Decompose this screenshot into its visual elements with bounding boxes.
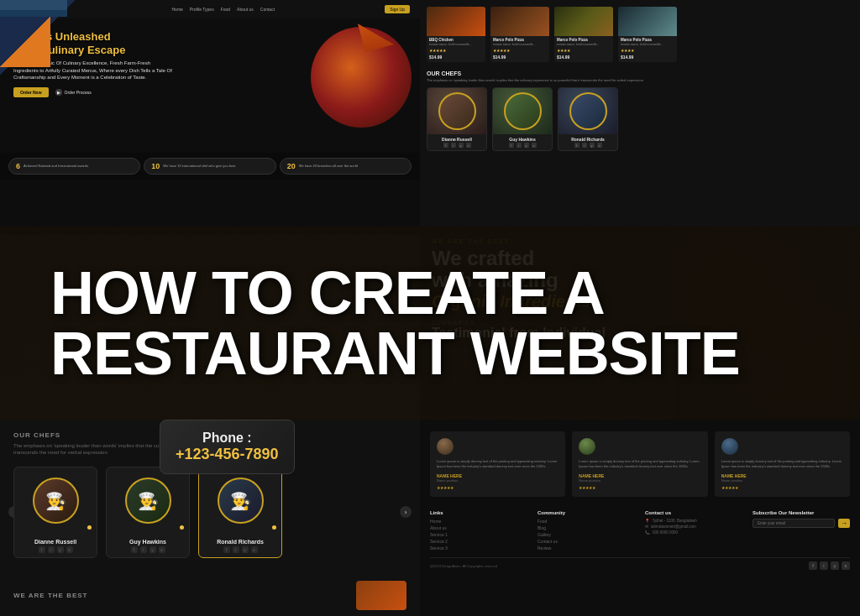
footer-community-gallery[interactable]: Gallery (538, 532, 635, 537)
best-title: WE ARE THE BEST (13, 592, 87, 599)
b-chef-fb-3[interactable]: f (223, 546, 230, 553)
chefs-desc: The emphasis on 'speaking louder than wo… (427, 78, 853, 83)
footer-link-s3[interactable]: Service 3 (430, 546, 527, 551)
testimonial-role-2: Name position (579, 478, 700, 483)
food-card-stars-1: ★★★★★ (427, 47, 485, 54)
chef-social-guy: f i y x (493, 143, 552, 150)
newsletter-input[interactable] (752, 519, 835, 528)
bottom-chef-ronald: 👨‍🍳 Ronald Richards f i y x (198, 467, 282, 558)
footer-links-col: Links Home About us Service 1 Service 2 … (430, 510, 527, 552)
footer-newsletter-col: Subscribe Our Newsletter → (752, 510, 850, 552)
chef-ig-icon-2[interactable]: i (517, 143, 522, 148)
footer-social-ig[interactable]: i (820, 561, 828, 570)
b-chef-ig-2[interactable]: i (140, 546, 147, 553)
stat-1: 6 Achieved National and International aw… (8, 158, 140, 175)
chef-name-dianne: Dianne Russell (427, 134, 486, 143)
chef-avatar-ronald: 👨‍🍳 (218, 478, 264, 524)
chef-fb-icon[interactable]: f (443, 143, 448, 148)
footer-contact-col: Contact us 📍 Sylhet - 3100, Bangladesh ✉… (645, 510, 742, 552)
testimonial-role-3: Name position (721, 478, 843, 483)
chef-ig-icon[interactable]: i (451, 143, 456, 148)
stat-3: 20 We have 20 branches all over the worl… (280, 158, 412, 175)
chef-avatar-wrapper-dianne: 👨‍🍳 (14, 467, 97, 535)
chef-img-ronald (558, 88, 617, 134)
footer-link-s1[interactable]: Service 1 (430, 532, 527, 537)
address-text: Sylhet - 3100, Bangladesh (653, 519, 697, 523)
chef-x-icon-3[interactable]: x (597, 143, 602, 148)
food-card-stars-3: ★★★★ (554, 47, 613, 54)
footer-community-col: Community Food Blog Gallery Contact us R… (538, 510, 635, 552)
nav-contact: Contact (260, 7, 275, 12)
b-chef-yt-2[interactable]: y (149, 546, 156, 553)
chef-yt-icon[interactable]: y (459, 143, 464, 148)
bottom-chef-name-dianne: Dianne Russell (14, 535, 97, 546)
b-chef-x-3[interactable]: x (251, 546, 258, 553)
testimonial-avatar-1 (437, 438, 454, 455)
chef-img-guy (493, 88, 552, 134)
chef-card-guy: Guy Hawkins f i y x (492, 87, 553, 151)
newsletter-submit-button[interactable]: → (838, 519, 850, 528)
chef-img-dianne (427, 88, 486, 134)
deco-dot-ronald (272, 525, 276, 530)
website-mockup-top: Company Name Home Profile Types Food Abo… (0, 0, 860, 235)
b-chef-fb-1[interactable]: f (39, 546, 45, 553)
b-chef-ig-3[interactable]: i (233, 546, 239, 553)
bottom-chef-img-guy: 👨‍🍳 (107, 467, 189, 535)
b-chef-x-1[interactable]: x (66, 546, 73, 553)
b-chef-yt-3[interactable]: y (242, 546, 249, 553)
b-chef-yt-1[interactable]: y (57, 546, 64, 553)
stat-number-1: 6 (16, 162, 20, 170)
chefs-carousel: ‹ 👨‍🍳 Dianne Russell f i y x (13, 467, 406, 558)
pizza-hero-image (311, 27, 412, 128)
stats-row: 6 Achieved National and International aw… (0, 153, 420, 180)
chef-fb-icon-3[interactable]: f (574, 143, 579, 148)
process-label: Order Process (65, 90, 92, 95)
bottom-right-section: Lorem ipsum is simply dummy text of the … (420, 420, 860, 616)
newsletter-form: → (752, 519, 850, 528)
b-chef-fb-2[interactable]: f (131, 546, 138, 553)
footer-social-fb[interactable]: f (809, 561, 817, 570)
stat-text-1: Achieved National and International awar… (24, 164, 88, 168)
food-card-price-2: $14.99 (490, 54, 549, 62)
title-line2: RESTAURANT WEBSITE (50, 320, 740, 387)
footer-link-s2[interactable]: Service 2 (430, 539, 527, 544)
food-card-img-3 (554, 7, 613, 36)
footer-community-food[interactable]: Food (538, 519, 635, 524)
best-section-bottom: WE ARE THE BEST (0, 574, 420, 616)
chef-avatar-wrapper-guy: 👨‍🍳 (107, 467, 189, 535)
chef-yt-icon-2[interactable]: y (524, 143, 529, 148)
testimonial-avatar-2 (579, 438, 595, 455)
phone-overlay: Phone : +123-456-7890 (160, 420, 295, 474)
footer-link-about[interactable]: About us (430, 525, 527, 530)
testimonial-2: Lorem ipsum is simply dummy text of the … (572, 431, 707, 497)
footer-social-x[interactable]: x (842, 561, 850, 570)
signup-button[interactable]: Sign Up (385, 5, 410, 13)
footer-social-yt[interactable]: y (831, 561, 839, 570)
testimonial-role-1: Name position (437, 478, 558, 483)
footer-link-home[interactable]: Home (430, 519, 527, 524)
carousel-next-arrow[interactable]: › (400, 506, 412, 518)
order-now-button[interactable]: Order Now (13, 87, 49, 97)
deco-dot-dianne (87, 525, 92, 530)
bottom-chef-img-dianne: 👨‍🍳 (14, 467, 97, 535)
footer-community-review[interactable]: Review (538, 546, 635, 551)
stat-number-3: 20 (287, 162, 296, 170)
chef-x-icon-2[interactable]: x (532, 143, 537, 148)
food-card-img-1 (427, 7, 485, 36)
pizza-slice (337, 23, 394, 81)
chef-fb-icon-2[interactable]: f (509, 143, 514, 148)
food-card-price-4: $14.99 (618, 54, 677, 62)
stat-number-2: 10 (151, 162, 160, 170)
footer-community-contact[interactable]: Contact us (538, 539, 635, 544)
phone-text: 000 0000 0000 (653, 530, 678, 535)
food-card-name-3: Marco Polo Pizza (554, 36, 613, 43)
bottom-chef-img-ronald: 👨‍🍳 (199, 467, 281, 535)
order-process-button[interactable]: ▶ Order Process (55, 89, 92, 96)
chef-yt-icon-3[interactable]: y (590, 143, 595, 148)
b-chef-x-2[interactable]: x (159, 546, 165, 553)
chef-ig-icon-3[interactable]: i (582, 143, 587, 148)
testimonial-text-2: Lorem ipsum is simply dummy text of the … (579, 459, 700, 469)
footer-community-blog[interactable]: Blog (538, 525, 635, 530)
chef-x-icon[interactable]: x (466, 143, 471, 148)
b-chef-ig-1[interactable]: i (48, 546, 55, 553)
